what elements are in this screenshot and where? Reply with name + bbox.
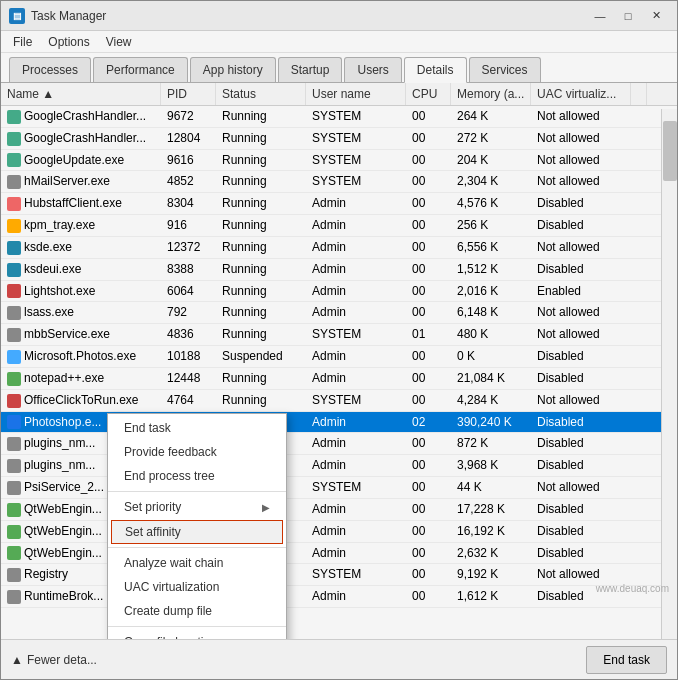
fewer-details-icon: ▲ — [11, 653, 23, 667]
ctx-uac-virtualization[interactable]: UAC virtualization — [108, 575, 286, 599]
cell-pid: 8388 — [161, 259, 216, 280]
table-row[interactable]: GoogleUpdate.exe 9616 Running SYSTEM 00 … — [1, 150, 677, 172]
menu-view[interactable]: View — [98, 33, 140, 51]
cell-cpu: 00 — [406, 455, 451, 476]
cell-name: kpm_tray.exe — [1, 215, 161, 236]
tab-services[interactable]: Services — [469, 57, 541, 82]
tab-startup[interactable]: Startup — [278, 57, 343, 82]
cell-status: Running — [216, 193, 306, 214]
table-row[interactable]: plugins_nm... Admin 00 3,968 K Disabled — [1, 455, 677, 477]
tab-users[interactable]: Users — [344, 57, 401, 82]
table-row[interactable]: GoogleCrashHandler... 12804 Running SYST… — [1, 128, 677, 150]
col-status[interactable]: Status — [216, 83, 306, 105]
cell-uac: Disabled — [531, 499, 631, 520]
cell-cpu: 00 — [406, 193, 451, 214]
title-bar: ▤ Task Manager — □ ✕ — [1, 1, 677, 31]
ctx-create-dump-file[interactable]: Create dump file — [108, 599, 286, 623]
cell-uac: Disabled — [531, 215, 631, 236]
cell-pid: 4852 — [161, 171, 216, 192]
cell-memory: 9,192 K — [451, 564, 531, 585]
col-uac[interactable]: UAC virtualiz... — [531, 83, 631, 105]
cell-cpu: 00 — [406, 564, 451, 585]
col-name[interactable]: Name ▲ — [1, 83, 161, 105]
cell-status: Running — [216, 390, 306, 411]
cell-cpu: 00 — [406, 390, 451, 411]
cell-user: SYSTEM — [306, 390, 406, 411]
cell-memory: 204 K — [451, 150, 531, 171]
cell-user: Admin — [306, 281, 406, 302]
table-row[interactable]: notepad++.exe 12448 Running Admin 00 21,… — [1, 368, 677, 390]
table-row[interactable]: PsiService_2... SYSTEM 00 44 K Not allow… — [1, 477, 677, 499]
cell-memory: 3,968 K — [451, 455, 531, 476]
table-row-selected[interactable]: Photoshop.e... Admin 02 390,240 K Disabl… — [1, 412, 677, 434]
ctx-open-file-location[interactable]: Open file location — [108, 630, 286, 639]
cell-pid: 12804 — [161, 128, 216, 149]
table-row[interactable]: QtWebEngin... Admin 00 16,192 K Disabled — [1, 521, 677, 543]
ctx-analyze-wait-chain[interactable]: Analyze wait chain — [108, 551, 286, 575]
table-row[interactable]: Registry SYSTEM 00 9,192 K Not allowed — [1, 564, 677, 586]
table-row[interactable]: kpm_tray.exe 916 Running Admin 00 256 K … — [1, 215, 677, 237]
cell-cpu: 00 — [406, 521, 451, 542]
col-user[interactable]: User name — [306, 83, 406, 105]
cell-memory: 390,240 K — [451, 412, 531, 433]
cell-uac: Disabled — [531, 543, 631, 564]
task-manager-window: ▤ Task Manager — □ ✕ File Options View P… — [0, 0, 678, 680]
col-cpu[interactable]: CPU — [406, 83, 451, 105]
table-row[interactable]: QtWebEngin... Admin 00 17,228 K Disabled — [1, 499, 677, 521]
ctx-provide-feedback[interactable]: Provide feedback — [108, 440, 286, 464]
table-row[interactable]: hMailServer.exe 4852 Running SYSTEM 00 2… — [1, 171, 677, 193]
cell-user: SYSTEM — [306, 106, 406, 127]
col-scroll-spacer — [631, 83, 647, 105]
scrollbar-track[interactable] — [661, 109, 677, 639]
tab-bar: Processes Performance App history Startu… — [1, 53, 677, 83]
cell-memory: 44 K — [451, 477, 531, 498]
col-memory[interactable]: Memory (a... — [451, 83, 531, 105]
cell-user: SYSTEM — [306, 477, 406, 498]
cell-name: lsass.exe — [1, 302, 161, 323]
cell-user: Admin — [306, 346, 406, 367]
table-row[interactable]: plugins_nm... Admin 00 872 K Disabled — [1, 433, 677, 455]
ctx-set-priority[interactable]: Set priority ▶ — [108, 495, 286, 519]
cell-memory: 0 K — [451, 346, 531, 367]
ctx-end-task[interactable]: End task — [108, 416, 286, 440]
menu-options[interactable]: Options — [40, 33, 97, 51]
table-row[interactable]: Microsoft.Photos.exe 10188 Suspended Adm… — [1, 346, 677, 368]
table-row[interactable]: GoogleCrashHandler... 9672 Running SYSTE… — [1, 106, 677, 128]
cell-user: SYSTEM — [306, 171, 406, 192]
table-row[interactable]: ksde.exe 12372 Running Admin 00 6,556 K … — [1, 237, 677, 259]
close-button[interactable]: ✕ — [643, 6, 669, 26]
table-row[interactable]: HubstaffClient.exe 8304 Running Admin 00… — [1, 193, 677, 215]
cell-uac: Disabled — [531, 412, 631, 433]
cell-uac: Disabled — [531, 368, 631, 389]
tab-app-history[interactable]: App history — [190, 57, 276, 82]
table-row[interactable]: ksdeui.exe 8388 Running Admin 00 1,512 K… — [1, 259, 677, 281]
cell-pid: 4764 — [161, 390, 216, 411]
cell-name: GoogleCrashHandler... — [1, 128, 161, 149]
table-row[interactable]: OfficeClickToRun.exe 4764 Running SYSTEM… — [1, 390, 677, 412]
ctx-end-process-tree[interactable]: End process tree — [108, 464, 286, 488]
cell-uac: Disabled — [531, 193, 631, 214]
tab-processes[interactable]: Processes — [9, 57, 91, 82]
table-row[interactable]: lsass.exe 792 Running Admin 00 6,148 K N… — [1, 302, 677, 324]
table-row[interactable]: Lightshot.exe 6064 Running Admin 00 2,01… — [1, 281, 677, 303]
cell-pid: 4836 — [161, 324, 216, 345]
tab-performance[interactable]: Performance — [93, 57, 188, 82]
cell-uac: Disabled — [531, 455, 631, 476]
table-row[interactable]: RuntimeBrok... Admin 00 1,612 K Disabled — [1, 586, 677, 608]
col-pid[interactable]: PID — [161, 83, 216, 105]
maximize-button[interactable]: □ — [615, 6, 641, 26]
end-task-button[interactable]: End task — [586, 646, 667, 674]
table-row[interactable]: QtWebEngin... Admin 00 2,632 K Disabled — [1, 543, 677, 565]
cell-uac: Not allowed — [531, 128, 631, 149]
cell-memory: 872 K — [451, 433, 531, 454]
tab-details[interactable]: Details — [404, 57, 467, 83]
table-row[interactable]: mbbService.exe 4836 Running SYSTEM 01 48… — [1, 324, 677, 346]
cell-cpu: 00 — [406, 128, 451, 149]
fewer-details-button[interactable]: ▲ Fewer deta... — [11, 653, 97, 667]
cell-user: Admin — [306, 215, 406, 236]
ctx-set-affinity[interactable]: Set affinity — [111, 520, 283, 544]
minimize-button[interactable]: — — [587, 6, 613, 26]
scrollbar-thumb[interactable] — [663, 121, 677, 181]
menu-file[interactable]: File — [5, 33, 40, 51]
cell-memory: 6,556 K — [451, 237, 531, 258]
